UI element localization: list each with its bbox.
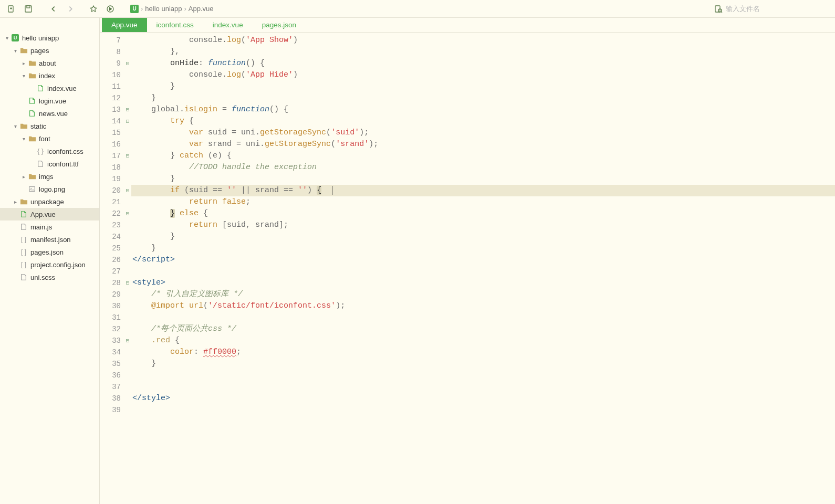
line-number: 21 bbox=[100, 196, 124, 208]
code-line[interactable]: } catch (e) { bbox=[131, 150, 835, 162]
tree-item[interactable]: ▾static bbox=[0, 120, 99, 132]
code-line[interactable]: /*每个页面公共css */ bbox=[131, 323, 835, 335]
code-line[interactable]: try { bbox=[131, 116, 835, 127]
code-line[interactable] bbox=[131, 381, 835, 393]
code-line[interactable]: //TODO handle the exception bbox=[131, 162, 835, 173]
expand-arrow-icon[interactable]: ▸ bbox=[12, 199, 19, 205]
tree-item[interactable]: { }iconfont.css bbox=[0, 145, 99, 158]
code-line[interactable]: var suid = uni.getStorageSync('suid'); bbox=[131, 127, 835, 139]
tree-item[interactable]: ▸unpackage bbox=[0, 195, 99, 208]
code-line[interactable]: } bbox=[131, 243, 835, 254]
fold-marker bbox=[124, 127, 131, 139]
editor-tab[interactable]: App.vue bbox=[102, 18, 147, 32]
fold-marker bbox=[124, 289, 131, 300]
code-line[interactable]: } bbox=[131, 92, 835, 104]
code-line[interactable] bbox=[131, 312, 835, 323]
code-line[interactable] bbox=[131, 404, 835, 416]
fold-marker[interactable]: ⊟ bbox=[124, 104, 131, 116]
tree-item[interactable]: [ ]pages.json bbox=[0, 246, 99, 258]
tree-item[interactable]: ▾index bbox=[0, 69, 99, 82]
tree-item[interactable]: iconfont.ttf bbox=[0, 158, 99, 170]
line-gutter: 7891011121314151617181920212223242526272… bbox=[100, 33, 124, 504]
fold-marker bbox=[124, 358, 131, 370]
code-line[interactable] bbox=[131, 370, 835, 381]
line-number: 38 bbox=[100, 393, 124, 404]
expand-arrow-icon[interactable]: ▾ bbox=[20, 136, 27, 142]
fold-marker bbox=[124, 323, 131, 335]
tree-item[interactable]: [ ]manifest.json bbox=[0, 233, 99, 246]
code-line[interactable]: } bbox=[131, 358, 835, 370]
tree-item[interactable]: ▸imgs bbox=[0, 170, 99, 183]
fold-marker[interactable]: ⊟ bbox=[124, 185, 131, 196]
code-line[interactable]: color: #ff0000; bbox=[131, 346, 835, 358]
breadcrumb-sep: › bbox=[184, 5, 186, 13]
code-line[interactable]: console.log('App Show') bbox=[131, 35, 835, 46]
breadcrumb-file[interactable]: App.vue bbox=[189, 5, 214, 13]
expand-arrow-icon[interactable]: ▾ bbox=[12, 123, 19, 129]
tree-item[interactable]: ▾pages bbox=[0, 44, 99, 57]
code-line[interactable]: .red { bbox=[131, 335, 835, 346]
fold-marker[interactable]: ⊟ bbox=[124, 335, 131, 346]
breadcrumb-project[interactable]: hello uniapp bbox=[145, 5, 182, 13]
editor-tab[interactable]: iconfont.css bbox=[147, 18, 203, 32]
code-line[interactable]: /* 引入自定义图标库 */ bbox=[131, 289, 835, 300]
star-button[interactable] bbox=[86, 2, 101, 16]
code-line[interactable]: var srand = uni.getStorageSync('srand'); bbox=[131, 139, 835, 150]
expand-arrow-icon[interactable]: ▾ bbox=[12, 48, 19, 54]
fold-marker[interactable]: ⊟ bbox=[124, 277, 131, 289]
fold-marker[interactable]: ⊟ bbox=[124, 116, 131, 127]
code-line[interactable]: console.log('App Hide') bbox=[131, 69, 835, 81]
code-line[interactable]: if (suid == '' || srand == '') { bbox=[131, 185, 835, 196]
tree-item-label: App.vue bbox=[30, 211, 56, 218]
svg-rect-2 bbox=[27, 6, 30, 8]
code-line[interactable]: global.isLogin = function() { bbox=[131, 104, 835, 116]
code-line[interactable]: <style> bbox=[131, 277, 835, 289]
fold-marker[interactable]: ⊟ bbox=[124, 208, 131, 219]
tree-item[interactable]: ▸about bbox=[0, 57, 99, 69]
code-line[interactable]: }, bbox=[131, 46, 835, 58]
code-lines[interactable]: console.log('App Show') }, onHide: funct… bbox=[131, 33, 835, 504]
expand-arrow-icon[interactable]: ▸ bbox=[20, 60, 27, 66]
run-button[interactable] bbox=[103, 2, 118, 16]
tree-item[interactable]: App.vue bbox=[0, 208, 99, 220]
tree-item-label: unpackage bbox=[30, 198, 64, 206]
new-file-button[interactable] bbox=[4, 2, 19, 16]
tree-item[interactable]: logo.png bbox=[0, 183, 99, 195]
tree-item[interactable]: ▾Uhello uniapp bbox=[0, 32, 99, 44]
line-number: 26 bbox=[100, 254, 124, 266]
editor-tab[interactable]: pages.json bbox=[253, 18, 306, 32]
nav-forward-button[interactable] bbox=[63, 2, 78, 16]
code-line[interactable]: } bbox=[131, 173, 835, 185]
line-number: 15 bbox=[100, 127, 124, 139]
save-button[interactable] bbox=[21, 2, 36, 16]
expand-arrow-icon[interactable]: ▾ bbox=[3, 35, 11, 41]
expand-arrow-icon[interactable]: ▸ bbox=[20, 174, 27, 180]
fold-marker[interactable]: ⊟ bbox=[124, 58, 131, 69]
code-line[interactable]: </style> bbox=[131, 393, 835, 404]
tree-item[interactable]: index.vue bbox=[0, 82, 99, 94]
fold-marker[interactable]: ⊟ bbox=[124, 150, 131, 162]
code-line[interactable]: </script> bbox=[131, 254, 835, 266]
nav-back-button[interactable] bbox=[46, 2, 61, 16]
code-line[interactable]: } bbox=[131, 81, 835, 92]
tree-item[interactable]: news.vue bbox=[0, 107, 99, 120]
expand-arrow-icon[interactable]: ▾ bbox=[20, 73, 27, 79]
tree-item[interactable]: [ ]project.config.json bbox=[0, 258, 99, 271]
code-line[interactable]: } bbox=[131, 231, 835, 243]
code-line[interactable]: @import url('/static/font/iconfont.css')… bbox=[131, 300, 835, 312]
tree-item[interactable]: uni.scss bbox=[0, 271, 99, 284]
tree-item[interactable]: login.vue bbox=[0, 94, 99, 107]
line-number: 36 bbox=[100, 370, 124, 381]
tree-item[interactable]: main.js bbox=[0, 220, 99, 233]
code-line[interactable]: return [suid, srand]; bbox=[131, 219, 835, 231]
code-line[interactable]: return false; bbox=[131, 196, 835, 208]
tree-item-label: static bbox=[30, 122, 46, 130]
search-input[interactable] bbox=[726, 5, 831, 13]
code-line[interactable]: } else { bbox=[131, 208, 835, 219]
code-area[interactable]: 7891011121314151617181920212223242526272… bbox=[100, 33, 835, 504]
code-line[interactable] bbox=[131, 266, 835, 277]
tree-item[interactable]: ▾font bbox=[0, 132, 99, 145]
file-explorer[interactable]: ▾Uhello uniapp▾pages▸about▾indexindex.vu… bbox=[0, 18, 100, 504]
code-line[interactable]: onHide: function() { bbox=[131, 58, 835, 69]
editor-tab[interactable]: index.vue bbox=[203, 18, 253, 32]
